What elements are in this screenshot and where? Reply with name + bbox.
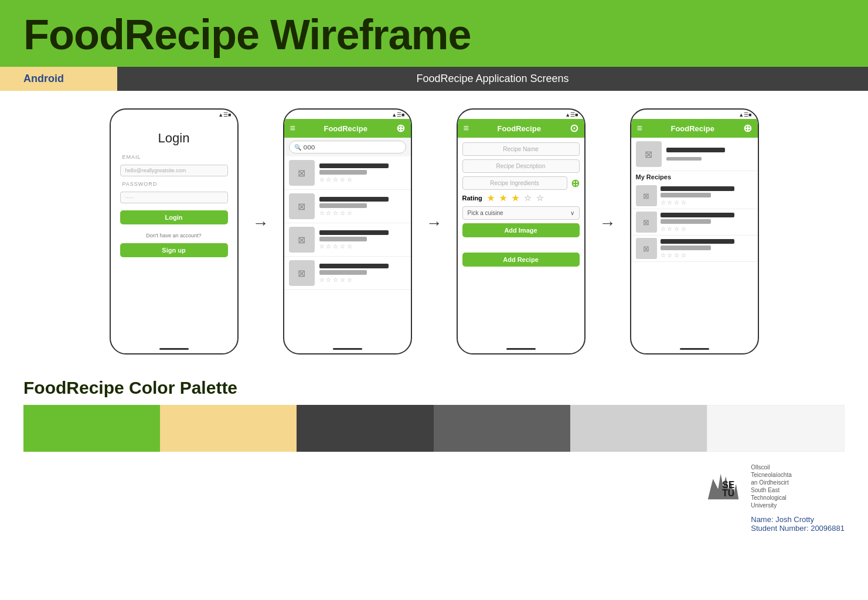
my-recipe-thumb-2: ⊠ — [636, 212, 657, 233]
page-title: FoodRecipe Wireframe — [23, 11, 845, 59]
home-bar-login — [111, 347, 237, 353]
phone-add-recipe: ▲☰■ ≡ FoodRecipe ⊙ Recipe Name Recipe De… — [457, 108, 586, 354]
login-title: Login — [158, 131, 190, 146]
login-screen-body: Login EMAIL hello@reallygreatsite.com PA… — [111, 119, 237, 347]
swatch-yellow — [160, 405, 297, 452]
recipe-item-1[interactable]: ⊠ ☆ ☆ ☆ ☆ ☆ — [284, 156, 411, 190]
my-stars-2: ☆ ☆ ☆ ☆ — [661, 226, 753, 232]
star-empty-1[interactable]: ☆ — [524, 193, 532, 203]
my-recipes-screen-body: ≡ FoodRecipe ⊕ ⊠ My Recipes ⊠ ☆ — [631, 119, 758, 347]
recipe-info-3: ☆ ☆ ☆ ☆ ☆ — [319, 230, 406, 250]
uni-line-3: an Oirdheiscirt — [751, 479, 845, 486]
cuisine-placeholder: Pick a cuisine — [468, 210, 503, 216]
star-filled-2[interactable]: ★ — [499, 193, 507, 203]
stars-4: ☆ ☆ ☆ ☆ ☆ — [319, 277, 406, 283]
arrow-3: → — [596, 108, 619, 233]
refresh-icon[interactable]: ⊙ — [570, 122, 578, 135]
search-input[interactable]: 🔍 ooo — [289, 141, 406, 154]
footer-text-block: Ollscoil Teicneolaíochta an Oirdheiscirt… — [751, 463, 845, 533]
recipe-thumb-2: ⊠ — [289, 193, 315, 219]
add-icon-my[interactable]: ⊕ — [743, 122, 752, 135]
my-recipe-info-2: ☆ ☆ ☆ ☆ — [661, 213, 753, 232]
rating-label: Rating — [462, 195, 482, 202]
arrow-2: → — [423, 108, 446, 233]
phone-login: ▲☰■ Login EMAIL hello@reallygreatsite.co… — [110, 108, 239, 354]
star-filled-1[interactable]: ★ — [487, 193, 495, 203]
status-icons: ▲☰■ — [218, 112, 231, 118]
menu-icon-my[interactable]: ≡ — [637, 123, 642, 134]
footer-logo: SE TU Ollscoil Teicneolaíochta an Oirdhe… — [703, 463, 845, 533]
my-recipe-item-2[interactable]: ⊠ ☆ ☆ ☆ ☆ — [631, 209, 758, 236]
subheader: Android FoodRecipe Application Screens — [0, 67, 868, 91]
menu-icon[interactable]: ≡ — [290, 123, 295, 134]
my-recipe-info-1: ☆ ☆ ☆ ☆ — [661, 186, 753, 206]
svg-text:TU: TU — [723, 488, 735, 498]
recipe-item-3[interactable]: ⊠ ☆ ☆ ☆ ☆ ☆ — [284, 223, 411, 257]
recipe-item-4[interactable]: ⊠ ☆ ☆ ☆ ☆ ☆ — [284, 257, 411, 290]
phone-notch-my: ▲☰■ — [631, 110, 758, 119]
home-bar-home — [284, 347, 411, 353]
search-bar: 🔍 ooo — [284, 138, 411, 156]
my-recipe-item-3[interactable]: ⊠ ☆ ☆ ☆ ☆ — [631, 236, 758, 262]
add-recipe-button[interactable]: Add Recipe — [462, 253, 580, 267]
featured-thumb: ⊠ — [636, 141, 662, 167]
login-button[interactable]: Login — [120, 210, 228, 224]
add-topbar: ≡ FoodRecipe ⊙ — [458, 119, 584, 138]
phone-my-recipes: ▲☰■ ≡ FoodRecipe ⊕ ⊠ My Recipes ⊠ — [630, 108, 759, 354]
star-empty-2[interactable]: ☆ — [536, 193, 544, 203]
status-icons-home: ▲☰■ — [392, 112, 404, 118]
signup-text: Don't have an account? — [146, 233, 201, 238]
uni-line-2: Teicneolaíochta — [751, 471, 845, 479]
my-recipe-item-1[interactable]: ⊠ ☆ ☆ ☆ ☆ — [631, 183, 758, 209]
phone-notch-add: ▲☰■ — [458, 110, 584, 119]
recipe-info-2: ☆ ☆ ☆ ☆ ☆ — [319, 197, 406, 216]
home-topbar: ≡ FoodRecipe ⊕ — [284, 119, 411, 138]
footer-area: SE TU Ollscoil Teicneolaíochta an Oirdhe… — [0, 458, 868, 544]
status-icons-add: ▲☰■ — [565, 112, 578, 118]
signup-button[interactable]: Sign up — [120, 243, 228, 257]
platform-label: Android — [0, 67, 117, 91]
email-input[interactable]: hello@reallygreatsite.com — [120, 165, 228, 176]
swatch-lightgray — [570, 405, 707, 452]
add-ingredient-icon[interactable]: ⊕ — [571, 177, 580, 190]
swatch-offwhite — [707, 405, 845, 452]
phone-notch-home: ▲☰■ — [284, 110, 411, 119]
email-label: EMAIL — [122, 154, 141, 160]
recipe-desc-input[interactable]: Recipe Description — [462, 159, 580, 173]
menu-icon-add[interactable]: ≡ — [464, 123, 469, 134]
setu-logo: SE TU — [703, 463, 744, 504]
my-app-name: FoodRecipe — [670, 124, 714, 133]
swatch-green — [23, 405, 160, 452]
recipe-thumb-4: ⊠ — [289, 260, 315, 286]
home-screen-body: ≡ FoodRecipe ⊕ 🔍 ooo ⊠ ☆ ☆ ☆ ☆ ☆ — [284, 119, 411, 347]
my-recipe-thumb-3: ⊠ — [636, 238, 657, 259]
wireframes-area: ▲☰■ Login EMAIL hello@reallygreatsite.co… — [0, 91, 868, 366]
recipe-thumb-1: ⊠ — [289, 160, 315, 186]
recipe-ingredients-input[interactable]: Recipe Ingredients — [462, 176, 567, 190]
footer-name: Name: Josh Crotty — [751, 515, 845, 524]
password-input[interactable]: ······ — [120, 192, 228, 203]
uni-line-4: South East — [751, 486, 845, 494]
my-recipes-label: My Recipes — [631, 171, 758, 183]
rating-row: Rating ★ ★ ★ ☆ ☆ — [462, 193, 580, 203]
add-icon-home[interactable]: ⊕ — [396, 122, 405, 135]
password-label: PASSWORD — [122, 181, 158, 187]
header-green-bar: FoodRecipe Wireframe — [0, 0, 868, 67]
recipe-item-2[interactable]: ⊠ ☆ ☆ ☆ ☆ ☆ — [284, 190, 411, 223]
home-bar-add — [458, 347, 584, 353]
uni-line-6: University — [751, 502, 845, 509]
palette-title: FoodRecipe Color Palette — [23, 378, 845, 398]
stars-3: ☆ ☆ ☆ ☆ ☆ — [319, 243, 406, 250]
status-icons-my: ▲☰■ — [738, 112, 751, 118]
home-bar-my — [631, 347, 758, 353]
my-topbar: ≡ FoodRecipe ⊕ — [631, 119, 758, 138]
featured-info — [666, 148, 725, 161]
recipe-name-input[interactable]: Recipe Name — [462, 142, 580, 156]
filter-dots: ooo — [304, 143, 315, 151]
star-filled-3[interactable]: ★ — [512, 193, 519, 203]
recipe-thumb-3: ⊠ — [289, 227, 315, 253]
my-stars-3: ☆ ☆ ☆ ☆ — [661, 252, 753, 258]
cuisine-dropdown[interactable]: Pick a cuisine ∨ — [462, 206, 580, 220]
uni-line-1: Ollscoil — [751, 463, 845, 471]
add-image-button[interactable]: Add Image — [462, 223, 580, 237]
